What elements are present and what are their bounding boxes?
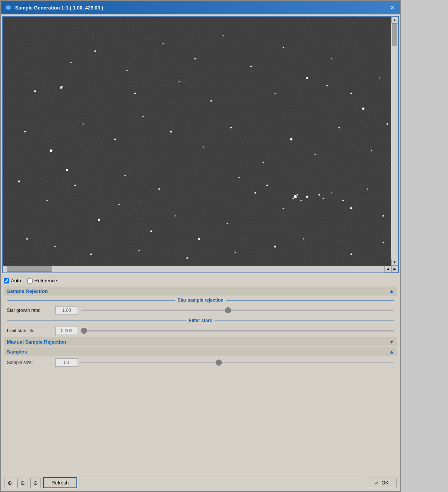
svg-point-11: [222, 35, 224, 36]
subsection-line-left: [7, 300, 175, 300]
svg-point-22: [114, 139, 116, 140]
svg-point-52: [26, 238, 28, 240]
svg-point-9: [163, 43, 164, 44]
close-button[interactable]: ✕: [387, 3, 397, 12]
star-field-svg: [3, 17, 391, 266]
svg-point-20: [50, 149, 52, 152]
content-area: ▲ ▼ ◀ ▶: [1, 14, 400, 491]
limit-stars-thumb[interactable]: [81, 328, 87, 334]
svg-point-51: [383, 215, 384, 216]
horizontal-scrollbar[interactable]: ◀ ▶: [3, 266, 398, 272]
sample-rejection-header[interactable]: Sample Rejection ▲: [4, 286, 397, 296]
image-viewport: ▲ ▼: [3, 17, 398, 266]
samples-header[interactable]: Samples ▲: [4, 347, 397, 356]
reference-checkbox-label[interactable]: Reference: [27, 278, 57, 283]
filter-stars-line-right: [215, 321, 394, 321]
limit-stars-slider[interactable]: [81, 330, 394, 332]
sample-size-slider[interactable]: [81, 362, 394, 363]
zoom-in-button[interactable]: ⊕: [5, 478, 15, 488]
svg-point-64: [179, 81, 180, 83]
image-container: ▲ ▼ ◀ ▶: [2, 16, 399, 273]
limit-stars-input[interactable]: [55, 327, 78, 335]
svg-point-48: [342, 200, 344, 201]
star-growth-rate-row: Star growth rate:: [4, 305, 397, 316]
sample-size-label: Sample size:: [7, 360, 52, 365]
svg-point-7: [94, 50, 96, 52]
svg-point-27: [263, 162, 264, 163]
bottom-bar: ⊕ ⊖ ⊙ Refresh ✔ OK: [1, 474, 400, 491]
svg-point-10: [194, 58, 196, 59]
svg-point-16: [350, 92, 352, 94]
ok-label: OK: [381, 480, 389, 486]
star-growth-rate-label: Star growth rate:: [7, 308, 52, 313]
svg-point-75: [292, 198, 294, 199]
star-growth-rate-input[interactable]: [55, 306, 78, 315]
ok-check-icon: ✔: [375, 480, 379, 486]
svg-point-53: [54, 246, 56, 247]
svg-point-12: [250, 66, 252, 67]
zoom-fit-button[interactable]: ⊙: [30, 478, 41, 488]
scroll-up-button[interactable]: ▲: [391, 17, 398, 23]
scroll-right-button[interactable]: ▶: [391, 266, 398, 272]
svg-point-37: [118, 204, 120, 205]
star-growth-rate-thumb[interactable]: [225, 307, 231, 313]
v-scrollbar-thumb[interactable]: [392, 23, 397, 46]
svg-point-25: [202, 146, 204, 148]
svg-point-74: [296, 194, 298, 196]
limit-stars-label: Limit stars %:: [7, 328, 52, 333]
scroll-down-button[interactable]: ▼: [391, 259, 398, 266]
svg-point-34: [47, 200, 48, 201]
svg-point-62: [70, 62, 72, 63]
v-scrollbar-track[interactable]: [391, 23, 398, 259]
svg-point-47: [331, 192, 332, 193]
filter-stars-line-left: [7, 321, 187, 321]
svg-point-76: [300, 200, 302, 201]
sample-size-input[interactable]: [55, 358, 78, 367]
svg-point-23: [143, 116, 144, 117]
svg-point-71: [238, 177, 240, 178]
svg-point-33: [18, 181, 20, 182]
reference-checkbox[interactable]: [27, 278, 33, 283]
title-bar: Sample Generation 1:1 ( 1.00, 429.00 ) ✕: [1, 1, 400, 14]
svg-point-24: [170, 131, 172, 132]
svg-rect-3: [3, 17, 391, 266]
svg-point-29: [314, 154, 316, 155]
scroll-left-button[interactable]: ◀: [384, 266, 391, 272]
h-scrollbar-thumb[interactable]: [7, 266, 52, 272]
svg-point-41: [227, 223, 228, 224]
svg-point-72: [266, 184, 268, 186]
svg-point-6: [34, 90, 36, 92]
star-canvas[interactable]: [3, 17, 391, 266]
svg-point-35: [74, 184, 76, 186]
title-text: Sample Generation 1:1 ( 1.00, 429.00 ): [15, 5, 387, 11]
h-scrollbar-track[interactable]: [3, 266, 384, 272]
svg-point-44: [306, 196, 308, 198]
svg-point-70: [158, 188, 160, 190]
star-growth-rate-slider[interactable]: [81, 310, 394, 311]
svg-point-59: [303, 238, 304, 240]
manual-sample-rejection-header[interactable]: Manual Sample Rejection ▼: [4, 337, 397, 346]
auto-checkbox[interactable]: [4, 278, 9, 283]
star-sample-rejection-title: Star sample rejection: [175, 297, 226, 303]
vertical-scrollbar[interactable]: ▲ ▼: [391, 17, 398, 266]
zoom-in-icon: ⊕: [8, 480, 12, 486]
ok-button[interactable]: ✔ OK: [367, 478, 397, 488]
zoom-out-button[interactable]: ⊖: [17, 478, 28, 488]
svg-point-36: [98, 218, 100, 221]
sample-size-thumb[interactable]: [216, 360, 222, 366]
auto-checkbox-label[interactable]: Auto: [4, 278, 21, 283]
samples-title: Samples: [7, 349, 27, 355]
svg-point-69: [124, 175, 126, 176]
svg-point-5: [62, 86, 63, 87]
zoom-out-icon: ⊖: [20, 480, 25, 486]
refresh-button[interactable]: Refresh: [43, 477, 77, 488]
svg-point-57: [235, 252, 236, 253]
svg-point-21: [82, 123, 84, 125]
svg-point-8: [126, 70, 128, 71]
svg-point-38: [150, 230, 152, 232]
main-window: Sample Generation 1:1 ( 1.00, 429.00 ) ✕: [0, 0, 401, 492]
subsection-line-right: [226, 300, 394, 300]
svg-point-46: [323, 198, 324, 199]
svg-point-66: [275, 93, 276, 94]
svg-point-50: [367, 188, 368, 190]
